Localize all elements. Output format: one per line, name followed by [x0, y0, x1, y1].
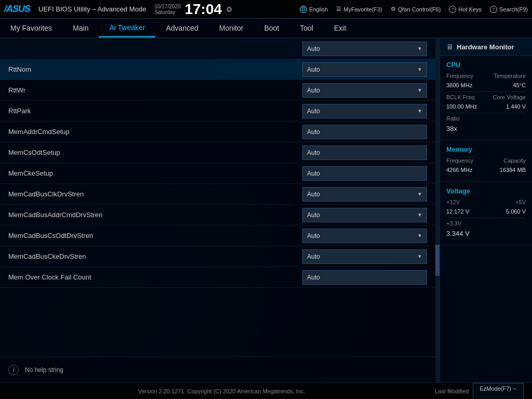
chevron-down-icon: ▼ — [417, 87, 422, 93]
dropdown-rttnom[interactable]: Auto ▼ — [302, 62, 427, 77]
chevron-down-icon: ▼ — [417, 108, 422, 114]
setting-value-memcke[interactable]: Auto — [302, 166, 427, 181]
nav-tool[interactable]: Tool — [289, 19, 324, 37]
setting-value-memoverclockfail[interactable]: Auto — [302, 270, 427, 285]
memory-section-title: Memory — [446, 145, 526, 153]
language-selector[interactable]: 🌐 English — [300, 6, 328, 13]
cpu-corevolt-value: 1.440 V — [506, 103, 526, 110]
cpu-bclk-label: BCLK Freq — [446, 94, 474, 100]
voltage-12v-row: +12V +5V — [446, 199, 526, 205]
table-row[interactable]: RttPark Auto ▼ — [0, 101, 435, 122]
dropdown-memcadbusaddr-value: Auto — [307, 211, 320, 219]
dropdown-memcadbuscke[interactable]: Auto ▼ — [302, 249, 427, 264]
gear-icon[interactable]: ⚙ — [226, 5, 233, 14]
setting-value-rttnom[interactable]: Auto ▼ — [302, 62, 427, 77]
voltage-12v-label: +12V — [446, 199, 460, 205]
cpu-frequency-value: 3800 MHz — [446, 82, 472, 88]
setting-name-memaddr: MemAddrCmdSetup — [8, 128, 302, 136]
setting-name-rttnom: RttNom — [8, 65, 302, 73]
help-bar: i No help string — [0, 356, 435, 382]
nav-my-favorites[interactable]: My Favorites — [0, 19, 62, 37]
nav-exit-label: Exit — [334, 24, 346, 32]
voltage-33v-value: 3.344 V — [446, 230, 526, 237]
table-row[interactable]: MemCadBusCkeDrvStren Auto ▼ — [0, 246, 435, 267]
chevron-down-icon: ▼ — [417, 254, 422, 259]
cpu-frequency-row: Frequency Temperature — [446, 73, 526, 79]
table-row[interactable]: MemCadBusCsOdtDrvStren Auto ▼ — [0, 225, 435, 246]
setting-value-rttpark[interactable]: Auto ▼ — [302, 104, 427, 118]
version-text: Version 2.20.1271. Copyright (C) 2020 Am… — [138, 388, 305, 394]
nav-main-label: Main — [73, 24, 88, 32]
dropdown-prev[interactable]: Auto ▼ — [302, 42, 427, 56]
cpu-ratio-row: Ratio — [446, 115, 526, 122]
cpu-bclk-value-row: 100.00 MHz 1.440 V — [446, 103, 526, 110]
search-icon: ? — [490, 6, 497, 13]
dropdown-memcadbusaddr[interactable]: Auto ▼ — [302, 208, 427, 222]
table-row[interactable]: RttWr Auto ▼ — [0, 80, 435, 101]
top-bar: /ASUS UEFI BIOS Utility – Advanced Mode … — [0, 0, 532, 19]
voltage-section-title: Voltage — [446, 187, 526, 195]
table-row[interactable]: RttNom Auto ▼ — [0, 59, 435, 80]
nav-ai-tweaker[interactable]: Ai Tweaker — [99, 19, 155, 37]
scrollbar[interactable] — [435, 38, 440, 382]
settings-panel: Auto ▼ RttNom Auto ▼ — [0, 38, 435, 382]
table-row[interactable]: MemAddrCmdSetup Auto — [0, 122, 435, 142]
dropdown-memaddr[interactable]: Auto — [302, 125, 427, 139]
nav-monitor[interactable]: Monitor — [209, 19, 254, 37]
nav-boot[interactable]: Boot — [254, 19, 289, 37]
cpu-section-title: CPU — [446, 61, 526, 69]
dropdown-memcadbuscsodt[interactable]: Auto ▼ — [302, 229, 427, 243]
table-row[interactable]: MemCkeSetup Auto — [0, 163, 435, 184]
dropdown-memcke[interactable]: Auto — [302, 166, 427, 181]
table-row[interactable]: Mem Over Clock Fail Count Auto — [0, 267, 435, 288]
hotkeys-button[interactable]: ? Hot Keys — [449, 6, 482, 13]
setting-value-memcadbuscsodt[interactable]: Auto ▼ — [302, 229, 427, 243]
memory-freq-value-row: 4266 MHz 16384 MB — [446, 167, 526, 173]
setting-name-memcadbuscke: MemCadBusCkeDrvStren — [8, 252, 302, 260]
setting-value-prev[interactable]: Auto ▼ — [302, 42, 427, 56]
cpu-bclk-row: BCLK Freq Core Voltage — [446, 94, 526, 100]
myfavorite-button[interactable]: ☰ MyFavorite(F3) — [336, 6, 382, 12]
nav-monitor-label: Monitor — [219, 24, 244, 32]
dropdown-memcsodt[interactable]: Auto — [302, 145, 427, 160]
qfan-button[interactable]: ⚙ Qfan Control(F6) — [391, 6, 441, 12]
dropdown-rttpark[interactable]: Auto ▼ — [302, 104, 427, 118]
nav-exit[interactable]: Exit — [324, 19, 356, 37]
setting-name-memcsodt: MemCsOdtSetup — [8, 149, 302, 156]
ez-mode-button[interactable]: EzMode(F7)→ — [473, 383, 524, 400]
setting-value-rttwr[interactable]: Auto ▼ — [302, 83, 427, 98]
setting-value-memaddr[interactable]: Auto — [302, 125, 427, 139]
nav-advanced[interactable]: Advanced — [155, 19, 208, 37]
nav-advanced-label: Advanced — [166, 24, 198, 32]
dropdown-memcadbusclk-value: Auto — [307, 191, 320, 198]
cpu-ratio-label: Ratio — [446, 115, 460, 122]
cpu-corevolt-label: Core Voltage — [493, 94, 526, 100]
table-row[interactable]: MemCsOdtSetup Auto — [0, 142, 435, 163]
setting-value-memcadbusaddr[interactable]: Auto ▼ — [302, 208, 427, 222]
cpu-bclk-value: 100.00 MHz — [446, 103, 477, 110]
table-row[interactable]: MemCadBusClkDrvStren Auto ▼ — [0, 184, 435, 205]
dropdown-rttnom-value: Auto — [307, 66, 320, 73]
scrollbar-thumb[interactable] — [435, 245, 440, 276]
setting-name-rttpark: RttPark — [8, 107, 302, 115]
table-row[interactable]: Auto ▼ — [0, 38, 435, 59]
memory-frequency-value: 4266 MHz — [446, 167, 472, 173]
setting-value-memcadbuscke[interactable]: Auto ▼ — [302, 249, 427, 264]
info-icon: i — [8, 365, 19, 375]
setting-value-memcadbusclk[interactable]: Auto ▼ — [302, 187, 427, 202]
table-row[interactable]: MemCadBusAddrCmdDrvStren Auto ▼ — [0, 205, 435, 225]
dropdown-memoverclockfail[interactable]: Auto — [302, 270, 427, 285]
help-text: No help string — [25, 366, 63, 374]
setting-value-memcsodt[interactable]: Auto — [302, 145, 427, 160]
setting-name-memcke: MemCkeSetup — [8, 169, 302, 177]
nav-main[interactable]: Main — [62, 19, 99, 37]
dropdown-prev-value: Auto — [307, 45, 320, 52]
ez-mode-label: EzMode(F7)→ — [480, 385, 517, 392]
search-button[interactable]: ? Search(F9) — [490, 6, 528, 13]
dropdown-rttwr[interactable]: Auto ▼ — [302, 83, 427, 98]
clock-time: 17:04 — [184, 1, 222, 18]
dropdown-rttwr-value: Auto — [307, 87, 320, 94]
dropdown-memcadbusclk[interactable]: Auto ▼ — [302, 187, 427, 202]
bottom-bar: Version 2.20.1271. Copyright (C) 2020 Am… — [0, 382, 532, 399]
voltage-5v-value: 5.060 V — [506, 208, 526, 215]
